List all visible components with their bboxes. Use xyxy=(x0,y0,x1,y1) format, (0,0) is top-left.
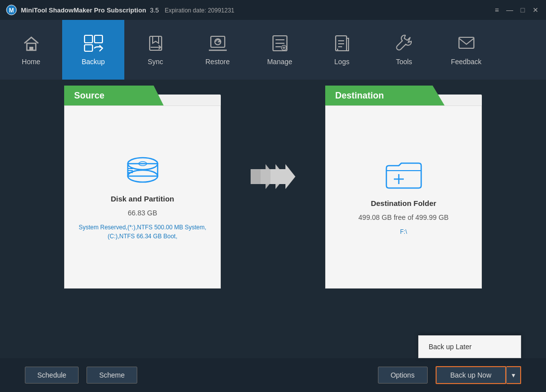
nav-label-manage: Manage xyxy=(267,58,292,66)
home-icon xyxy=(22,34,40,55)
tools-icon xyxy=(395,34,413,55)
destination-header-label: Destination xyxy=(335,91,384,101)
source-header: Source xyxy=(64,86,164,105)
sync-icon xyxy=(147,34,165,55)
svg-rect-3 xyxy=(29,47,33,50)
source-card-body: Disk and Partition 66.83 GB System Reser… xyxy=(64,105,221,289)
expiration-date: Expiration date: 20991231 xyxy=(165,7,234,14)
nav-item-backup[interactable]: Backup xyxy=(62,20,124,80)
nav-label-tools: Tools xyxy=(396,58,412,66)
source-desc: System Reserved,(*:),NTFS 500.00 MB Syst… xyxy=(79,223,206,241)
menu-button[interactable]: ≡ xyxy=(492,5,501,14)
svg-rect-6 xyxy=(85,45,92,51)
close-button[interactable]: ✕ xyxy=(531,5,540,14)
window-controls: ≡ — □ ✕ xyxy=(492,5,540,14)
bottom-left-actions: Schedule Scheme xyxy=(25,367,137,384)
nav-label-sync: Sync xyxy=(148,58,163,66)
title-bar: M MiniTool ShadowMaker Pro Subscription … xyxy=(0,0,546,20)
app-title: MiniTool ShadowMaker Pro Subscription 3.… xyxy=(21,6,234,14)
nav-item-logs[interactable]: Logs xyxy=(311,20,373,80)
maximize-button[interactable]: □ xyxy=(518,5,527,14)
nav-item-sync[interactable]: Sync xyxy=(124,20,186,80)
bottom-right-actions: Options Back up Now ▾ Back up Later xyxy=(378,366,521,384)
svg-text:M: M xyxy=(9,7,14,14)
destination-card-body: Destination Folder 499.08 GB free of 499… xyxy=(325,105,482,289)
source-card[interactable]: Source Disk and Partition 66.83 GB Syste… xyxy=(64,95,221,289)
scheme-button[interactable]: Scheme xyxy=(87,367,137,384)
nav-item-manage[interactable]: Manage xyxy=(249,20,311,80)
feedback-icon xyxy=(457,34,475,55)
nav-label-home: Home xyxy=(22,58,40,66)
destination-path: F:\ xyxy=(400,227,407,236)
main-content: Source Disk and Partition 66.83 GB Syste… xyxy=(0,80,546,358)
arrow-icon xyxy=(251,164,295,189)
backup-now-group: Back up Now ▾ xyxy=(436,366,521,384)
source-title: Disk and Partition xyxy=(111,195,175,203)
options-button[interactable]: Options xyxy=(378,367,428,384)
disk-icon xyxy=(123,154,163,189)
destination-free-space: 499.08 GB free of 499.99 GB xyxy=(359,213,449,221)
svg-rect-23 xyxy=(459,37,474,48)
backup-now-button[interactable]: Back up Now xyxy=(436,366,506,384)
nav-item-restore[interactable]: Restore xyxy=(186,20,249,80)
restore-icon xyxy=(209,34,227,55)
svg-rect-5 xyxy=(94,35,102,43)
manage-icon xyxy=(271,34,289,55)
nav-label-restore: Restore xyxy=(205,58,230,66)
app-logo-icon: M xyxy=(6,4,17,15)
source-header-label: Source xyxy=(74,91,104,101)
backup-icon xyxy=(84,34,103,55)
nav-label-backup: Backup xyxy=(82,58,105,66)
destination-card[interactable]: Destination Destination Folder 499.08 GB… xyxy=(325,95,482,289)
source-size: 66.83 GB xyxy=(128,209,157,217)
backup-dropdown-menu: Back up Later xyxy=(418,335,521,358)
folder-icon xyxy=(384,158,424,193)
nav-item-tools[interactable]: Tools xyxy=(373,20,435,80)
arrow-container xyxy=(251,95,295,189)
destination-header: Destination xyxy=(325,86,445,105)
backup-now-dropdown-button[interactable]: ▾ xyxy=(506,366,521,384)
nav-bar: Home Backup Sync xyxy=(0,20,546,80)
destination-title: Destination Folder xyxy=(371,199,437,207)
svg-marker-33 xyxy=(271,164,295,189)
nav-item-feedback[interactable]: Feedback xyxy=(435,20,497,80)
svg-rect-4 xyxy=(85,35,92,43)
nav-label-logs: Logs xyxy=(334,58,349,66)
title-bar-left: M MiniTool ShadowMaker Pro Subscription … xyxy=(6,4,234,15)
schedule-button[interactable]: Schedule xyxy=(25,367,79,384)
logs-icon xyxy=(333,34,351,55)
nav-item-home[interactable]: Home xyxy=(0,20,62,80)
backup-later-option[interactable]: Back up Later xyxy=(419,336,521,358)
bottom-bar: Schedule Scheme Options Back up Now ▾ Ba… xyxy=(0,358,546,392)
app-version: 3.5 xyxy=(150,6,159,14)
app-name: MiniTool ShadowMaker Pro Subscription xyxy=(21,6,146,14)
minimize-button[interactable]: — xyxy=(505,5,514,14)
nav-label-feedback: Feedback xyxy=(451,58,481,66)
